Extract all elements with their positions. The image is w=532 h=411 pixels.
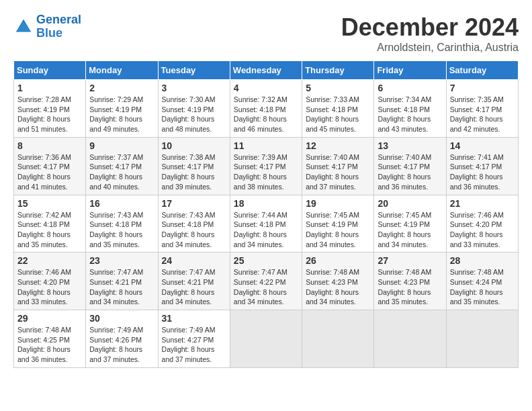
calendar-week-row: 15Sunrise: 7:42 AM Sunset: 4:18 PM Dayli… — [14, 195, 519, 253]
day-detail: Sunrise: 7:43 AM Sunset: 4:18 PM Dayligh… — [162, 210, 226, 250]
day-detail: Sunrise: 7:38 AM Sunset: 4:17 PM Dayligh… — [162, 152, 226, 192]
calendar-cell: 7Sunrise: 7:35 AM Sunset: 4:17 PM Daylig… — [446, 80, 518, 138]
day-detail: Sunrise: 7:37 AM Sunset: 4:17 PM Dayligh… — [89, 152, 154, 192]
day-detail: Sunrise: 7:43 AM Sunset: 4:18 PM Dayligh… — [89, 210, 154, 250]
logo-icon — [13, 17, 34, 37]
day-number: 28 — [450, 255, 515, 266]
day-number: 15 — [17, 198, 82, 209]
day-number: 18 — [234, 198, 298, 209]
calendar-cell: 21Sunrise: 7:46 AM Sunset: 4:20 PM Dayli… — [446, 195, 518, 253]
day-number: 8 — [17, 140, 82, 151]
calendar-cell: 6Sunrise: 7:34 AM Sunset: 4:18 PM Daylig… — [374, 80, 446, 138]
calendar-cell: 25Sunrise: 7:47 AM Sunset: 4:22 PM Dayli… — [230, 253, 302, 310]
day-number: 11 — [234, 140, 298, 151]
day-number: 17 — [162, 198, 226, 209]
day-detail: Sunrise: 7:34 AM Sunset: 4:18 PM Dayligh… — [378, 95, 442, 134]
day-detail: Sunrise: 7:47 AM Sunset: 4:21 PM Dayligh… — [89, 267, 154, 307]
calendar-cell: 5Sunrise: 7:33 AM Sunset: 4:18 PM Daylig… — [302, 80, 374, 138]
calendar-cell — [374, 310, 446, 368]
day-detail: Sunrise: 7:42 AM Sunset: 4:18 PM Dayligh… — [17, 210, 82, 250]
header-friday: Friday — [374, 61, 446, 80]
calendar-cell: 4Sunrise: 7:32 AM Sunset: 4:18 PM Daylig… — [230, 80, 302, 138]
calendar-cell: 18Sunrise: 7:44 AM Sunset: 4:18 PM Dayli… — [230, 195, 302, 253]
calendar-week-row: 1Sunrise: 7:28 AM Sunset: 4:19 PM Daylig… — [14, 80, 519, 138]
day-detail: Sunrise: 7:41 AM Sunset: 4:17 PM Dayligh… — [450, 152, 515, 192]
header-sunday: Sunday — [14, 61, 86, 80]
calendar-cell: 31Sunrise: 7:49 AM Sunset: 4:27 PM Dayli… — [158, 310, 230, 368]
logo-line1: General — [36, 13, 81, 26]
day-detail: Sunrise: 7:48 AM Sunset: 4:25 PM Dayligh… — [17, 325, 82, 365]
calendar-cell: 29Sunrise: 7:48 AM Sunset: 4:25 PM Dayli… — [14, 310, 86, 368]
calendar-cell: 3Sunrise: 7:30 AM Sunset: 4:19 PM Daylig… — [158, 80, 230, 138]
day-detail: Sunrise: 7:33 AM Sunset: 4:18 PM Dayligh… — [306, 95, 370, 134]
calendar-week-row: 29Sunrise: 7:48 AM Sunset: 4:25 PM Dayli… — [14, 310, 519, 368]
day-detail: Sunrise: 7:46 AM Sunset: 4:20 PM Dayligh… — [450, 210, 515, 250]
day-detail: Sunrise: 7:29 AM Sunset: 4:19 PM Dayligh… — [89, 95, 154, 134]
day-detail: Sunrise: 7:45 AM Sunset: 4:19 PM Dayligh… — [306, 210, 370, 250]
calendar-cell: 20Sunrise: 7:45 AM Sunset: 4:19 PM Dayli… — [374, 195, 446, 253]
day-number: 5 — [306, 83, 370, 93]
header-saturday: Saturday — [446, 61, 518, 80]
calendar-cell — [446, 310, 518, 368]
calendar-cell: 8Sunrise: 7:36 AM Sunset: 4:17 PM Daylig… — [14, 137, 86, 195]
day-number: 29 — [17, 313, 82, 324]
calendar-cell: 13Sunrise: 7:40 AM Sunset: 4:17 PM Dayli… — [374, 137, 446, 195]
month-title: December 2024 — [341, 13, 519, 42]
day-detail: Sunrise: 7:49 AM Sunset: 4:27 PM Dayligh… — [162, 325, 226, 365]
calendar-cell: 14Sunrise: 7:41 AM Sunset: 4:17 PM Dayli… — [446, 137, 518, 195]
calendar-week-row: 22Sunrise: 7:46 AM Sunset: 4:20 PM Dayli… — [14, 253, 519, 310]
header: General Blue December 2024 Arnoldstein, … — [13, 13, 519, 54]
day-detail: Sunrise: 7:40 AM Sunset: 4:17 PM Dayligh… — [378, 152, 442, 192]
location-subtitle: Arnoldstein, Carinthia, Austria — [341, 42, 519, 54]
calendar-cell: 10Sunrise: 7:38 AM Sunset: 4:17 PM Dayli… — [158, 137, 230, 195]
calendar-cell: 28Sunrise: 7:48 AM Sunset: 4:24 PM Dayli… — [446, 253, 518, 310]
title-section: December 2024 Arnoldstein, Carinthia, Au… — [341, 13, 519, 54]
calendar-cell — [230, 310, 302, 368]
day-number: 4 — [234, 83, 298, 93]
calendar-cell: 11Sunrise: 7:39 AM Sunset: 4:17 PM Dayli… — [230, 137, 302, 195]
day-detail: Sunrise: 7:30 AM Sunset: 4:19 PM Dayligh… — [162, 95, 226, 134]
day-detail: Sunrise: 7:32 AM Sunset: 4:18 PM Dayligh… — [234, 95, 298, 134]
header-monday: Monday — [86, 61, 158, 80]
day-number: 27 — [378, 255, 442, 266]
day-number: 16 — [89, 198, 154, 209]
day-number: 31 — [162, 313, 226, 324]
day-number: 14 — [450, 140, 515, 151]
calendar-cell: 2Sunrise: 7:29 AM Sunset: 4:19 PM Daylig… — [86, 80, 158, 138]
day-detail: Sunrise: 7:36 AM Sunset: 4:17 PM Dayligh… — [17, 152, 82, 192]
day-number: 6 — [378, 83, 442, 93]
day-number: 21 — [450, 198, 515, 209]
calendar-cell: 17Sunrise: 7:43 AM Sunset: 4:18 PM Dayli… — [158, 195, 230, 253]
day-detail: Sunrise: 7:45 AM Sunset: 4:19 PM Dayligh… — [378, 210, 442, 250]
day-detail: Sunrise: 7:44 AM Sunset: 4:18 PM Dayligh… — [234, 210, 298, 250]
svg-marker-1 — [17, 21, 30, 31]
calendar-cell: 16Sunrise: 7:43 AM Sunset: 4:18 PM Dayli… — [86, 195, 158, 253]
day-detail: Sunrise: 7:48 AM Sunset: 4:24 PM Dayligh… — [450, 267, 515, 307]
day-number: 9 — [89, 140, 154, 151]
calendar-cell: 12Sunrise: 7:40 AM Sunset: 4:17 PM Dayli… — [302, 137, 374, 195]
header-tuesday: Tuesday — [158, 61, 230, 80]
day-number: 25 — [234, 255, 298, 266]
calendar-cell: 27Sunrise: 7:48 AM Sunset: 4:23 PM Dayli… — [374, 253, 446, 310]
day-number: 10 — [162, 140, 226, 151]
day-number: 2 — [89, 83, 154, 93]
day-detail: Sunrise: 7:40 AM Sunset: 4:17 PM Dayligh… — [306, 152, 370, 192]
day-detail: Sunrise: 7:35 AM Sunset: 4:17 PM Dayligh… — [450, 95, 515, 134]
day-detail: Sunrise: 7:39 AM Sunset: 4:17 PM Dayligh… — [234, 152, 298, 192]
day-number: 7 — [450, 83, 515, 93]
calendar-table: SundayMondayTuesdayWednesdayThursdayFrid… — [13, 60, 519, 368]
day-number: 1 — [17, 83, 82, 93]
calendar-cell: 22Sunrise: 7:46 AM Sunset: 4:20 PM Dayli… — [14, 253, 86, 310]
day-number: 20 — [378, 198, 442, 209]
day-detail: Sunrise: 7:48 AM Sunset: 4:23 PM Dayligh… — [306, 267, 370, 307]
header-thursday: Thursday — [302, 61, 374, 80]
calendar-cell: 24Sunrise: 7:47 AM Sunset: 4:21 PM Dayli… — [158, 253, 230, 310]
day-number: 23 — [89, 255, 154, 266]
day-number: 3 — [162, 83, 226, 93]
day-detail: Sunrise: 7:28 AM Sunset: 4:19 PM Dayligh… — [17, 95, 82, 134]
calendar-cell: 15Sunrise: 7:42 AM Sunset: 4:18 PM Dayli… — [14, 195, 86, 253]
logo: General Blue — [13, 13, 81, 40]
day-detail: Sunrise: 7:47 AM Sunset: 4:22 PM Dayligh… — [234, 267, 298, 307]
day-number: 24 — [162, 255, 226, 266]
calendar-cell — [302, 310, 374, 368]
